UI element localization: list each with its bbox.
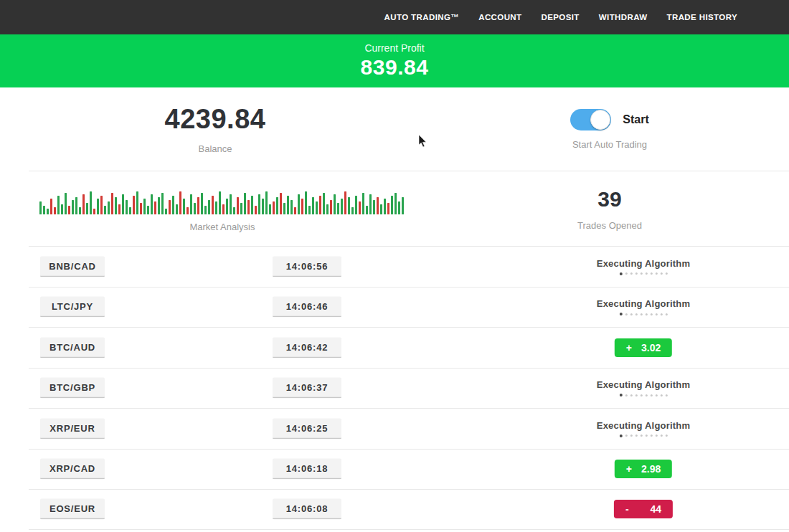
result-value: 44 (651, 503, 662, 515)
market-analysis-chart (39, 186, 405, 214)
dot (620, 394, 623, 396)
green-bar (115, 197, 117, 214)
pair-badge[interactable]: EOS/EUR (40, 499, 105, 520)
dot (630, 313, 633, 315)
dot (661, 434, 663, 437)
green-bar (334, 194, 336, 214)
table-row: XRP/EUR 14:06:25 Executing Algorithm (29, 408, 789, 449)
green-bar (308, 206, 311, 214)
green-bar (219, 191, 221, 214)
green-bar (108, 201, 110, 214)
green-bar (305, 191, 307, 214)
dot (666, 394, 668, 396)
balance-value: 4239.84 (165, 104, 266, 135)
green-bar (151, 194, 153, 214)
red-bar (344, 191, 346, 214)
trade-time-badge: 14:06:42 (273, 337, 341, 358)
green-bar (143, 199, 146, 214)
green-bar (341, 199, 343, 214)
green-bar (402, 197, 404, 214)
dot (630, 434, 633, 437)
nav-item-trade-history[interactable]: TRADE HISTORY (667, 13, 738, 22)
executing-label: Executing Algorithm (597, 420, 690, 431)
green-bar (233, 207, 235, 214)
trade-time-badge: 14:06:08 (273, 499, 341, 520)
result-sign: - (625, 503, 629, 515)
red-bar (68, 206, 70, 214)
trades-opened-label: Trades Opened (577, 220, 642, 231)
nav-item-auto-trading[interactable]: AUTO TRADING™ (384, 13, 460, 22)
table-row: BTC/GBP 14:06:37 Executing Algorithm (29, 368, 789, 409)
red-bar (179, 191, 181, 214)
green-bar (126, 200, 128, 214)
dot (666, 313, 668, 315)
executing-status: Executing Algorithm (597, 420, 690, 437)
dot (666, 434, 668, 437)
green-bar (47, 209, 49, 214)
progress-dots-icon (597, 394, 690, 396)
trade-result-badge: -44 (614, 500, 673, 518)
dot (636, 434, 638, 437)
red-bar (319, 196, 321, 214)
auto-trading-toggle[interactable] (570, 109, 611, 130)
result-value: 3.02 (641, 342, 661, 353)
green-bar (351, 207, 354, 214)
nav-item-withdraw[interactable]: WITHDRAW (599, 13, 648, 22)
nav-item-deposit[interactable]: DEPOSIT (542, 13, 580, 22)
result-sign: + (626, 463, 632, 475)
green-bar (226, 199, 228, 214)
red-bar (387, 203, 389, 214)
red-bar (54, 207, 56, 214)
red-bar (222, 204, 225, 214)
nav-item-account[interactable]: ACCOUNT (478, 13, 521, 22)
dot (656, 272, 658, 275)
green-bar (244, 193, 246, 214)
trade-time-badge: 14:06:37 (273, 378, 341, 399)
green-bar (366, 206, 368, 214)
executing-label: Executing Algorithm (597, 298, 690, 309)
pair-badge[interactable]: XRP/EUR (40, 418, 105, 439)
green-bar (369, 194, 372, 214)
table-row: EOS/EUR 14:06:08 -44 (29, 489, 789, 530)
red-bar (50, 199, 52, 214)
green-bar (183, 199, 185, 214)
red-bar (93, 209, 95, 214)
red-bar (330, 200, 332, 214)
green-bar (287, 196, 289, 214)
pair-badge[interactable]: BTC/AUD (40, 337, 105, 358)
green-bar (258, 194, 260, 214)
green-bar (79, 207, 81, 214)
executing-label: Executing Algorithm (597, 379, 690, 390)
green-bar (97, 199, 99, 214)
red-bar (255, 206, 257, 214)
executing-status: Executing Algorithm (597, 258, 690, 275)
red-bar (197, 197, 199, 214)
dot (656, 313, 658, 315)
pair-badge[interactable]: BNB/CAD (40, 256, 105, 277)
green-bar (65, 193, 67, 214)
green-bar (72, 200, 74, 214)
green-bar (136, 191, 138, 214)
auto-trading-app: AUTO TRADING™ACCOUNTDEPOSITWITHDRAWTRADE… (0, 0, 789, 532)
green-bar (61, 204, 63, 214)
green-bar (290, 200, 293, 214)
green-bar (348, 197, 350, 214)
dot (620, 272, 623, 275)
dot (625, 272, 628, 275)
red-bar (301, 199, 303, 214)
current-profit-value: 839.84 (361, 55, 429, 80)
red-bar (133, 196, 135, 214)
pair-badge[interactable]: LTC/JPY (40, 297, 105, 318)
dot (651, 394, 653, 396)
dot (651, 313, 653, 315)
red-bar (247, 200, 250, 214)
pair-badge[interactable]: XRP/CAD (40, 459, 105, 480)
red-bar (82, 194, 85, 214)
pair-badge[interactable]: BTC/GBP (40, 378, 105, 399)
green-bar (86, 203, 88, 214)
green-bar (269, 204, 271, 214)
green-bar (373, 200, 375, 214)
toggle-knob (590, 110, 610, 130)
green-bar (176, 204, 178, 214)
green-bar (104, 206, 106, 214)
